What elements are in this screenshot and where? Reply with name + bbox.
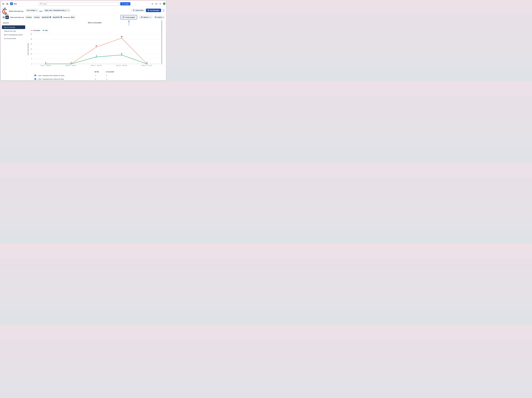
svg-text:9: 9 bbox=[121, 53, 122, 54]
date-from-chip[interactable]: May/01/25 bbox=[42, 16, 51, 19]
gadget-icon bbox=[123, 16, 124, 18]
create-gadget-button[interactable]: Create gadget bbox=[121, 16, 137, 19]
svg-text:May-19 — May-25: May-19 — May-25 bbox=[116, 65, 127, 66]
sliders-icon bbox=[141, 16, 143, 18]
search-input-container bbox=[39, 2, 119, 6]
sidebar-item-met-vs-exceeded-per-criteria[interactable]: Met vs Exceeded per Criteria bbox=[2, 33, 26, 36]
sla-manager-button[interactable]: SLA Manager bbox=[146, 9, 161, 12]
app-switcher-icon[interactable] bbox=[6, 3, 8, 5]
svg-text:30: 30 bbox=[31, 33, 32, 35]
notifications-bell-icon[interactable] bbox=[151, 3, 154, 5]
help-icon[interactable]: ? bbox=[155, 3, 158, 5]
product-name: Jira bbox=[14, 3, 17, 5]
star-icon bbox=[133, 9, 135, 11]
chart-view-toggle[interactable] bbox=[6, 16, 9, 19]
svg-text:10: 10 bbox=[31, 53, 32, 55]
chevron-down-icon bbox=[150, 17, 151, 18]
vertical-scrollbar[interactable] bbox=[161, 20, 162, 64]
svg-text:Apr-28 — May-04: Apr-28 — May-04 bbox=[40, 65, 51, 66]
avatar[interactable]: NL bbox=[163, 3, 165, 5]
row1-exceeded-value[interactable]: 4 bbox=[106, 75, 107, 76]
row2-exceeded-value[interactable]: 4 bbox=[106, 78, 107, 80]
met-color-swatch-icon bbox=[95, 71, 96, 72]
svg-text:May-05 — May-11: May-05 — May-11 bbox=[66, 65, 76, 66]
search-icon bbox=[40, 3, 42, 5]
exceeded-legend-marker-icon bbox=[31, 30, 33, 31]
svg-text:0: 0 bbox=[45, 62, 46, 63]
svg-text:Work items Number: Work items Number bbox=[27, 43, 29, 55]
chevron-down-icon bbox=[36, 10, 37, 11]
svg-text:0: 0 bbox=[31, 63, 32, 65]
row2-criteria-label: !_Dev - Resolution time: Critical (2h 30… bbox=[38, 78, 64, 80]
legend-item-met[interactable]: Met bbox=[43, 30, 48, 31]
sla-label: SLA: bbox=[39, 10, 43, 12]
app-window: Jira Create ? NL SLA Select wo bbox=[1, 1, 166, 80]
chevron-down-icon bbox=[68, 10, 69, 11]
svg-text:May-12 — May-18: May-12 — May-18 bbox=[91, 65, 102, 66]
svg-text:26: 26 bbox=[121, 36, 122, 37]
chevron-down-icon bbox=[163, 17, 164, 18]
select-work-items-label: Select work items by: bbox=[9, 10, 24, 12]
svg-text:May-26 — Jun-01: May-26 — Jun-01 bbox=[142, 65, 152, 66]
table-column-exceeded: Exceeded bbox=[106, 71, 114, 73]
sla-select-dropdown[interactable]: [D2] !_Dev - Resolution time, [… bbox=[44, 9, 70, 12]
filter-work-items-label: Filter work items by: bbox=[10, 17, 24, 18]
group-by-label: Group by bbox=[63, 17, 70, 18]
legend-item-exceeded[interactable]: Exceeded bbox=[31, 30, 40, 31]
sidebar-divider bbox=[26, 21, 26, 80]
remove-date-icon[interactable] bbox=[50, 16, 51, 18]
reports-section-title: REPORTS bbox=[3, 22, 9, 24]
svg-text:7: 7 bbox=[96, 55, 97, 56]
metrics-dropdown[interactable]: Metrics bbox=[139, 16, 153, 19]
exceeded-color-swatch-icon bbox=[106, 71, 107, 72]
svg-text:15: 15 bbox=[31, 48, 32, 50]
sla-config-dropdown[interactable]: SLA Config bbox=[25, 9, 38, 12]
row1-criteria-label: !_Dev - Resolution time: Blocker (1h 30m… bbox=[38, 75, 64, 76]
group-by-value-chip[interactable]: Week bbox=[70, 16, 75, 19]
sidebar-item-sla-success-rate[interactable]: SLA Success Rate bbox=[2, 37, 26, 40]
export-dropdown[interactable]: Export bbox=[154, 16, 165, 19]
svg-text:0: 0 bbox=[71, 62, 71, 63]
sla-app-logo: SLA bbox=[2, 7, 8, 15]
create-gadget-highlight-box: Create gadget bbox=[120, 15, 137, 19]
settings-gear-icon[interactable] bbox=[159, 3, 162, 5]
sidebar-item-met-vs-exceeded[interactable]: Met vs Exceeded bbox=[2, 25, 25, 29]
svg-text:20: 20 bbox=[31, 43, 32, 45]
create-button[interactable]: Create bbox=[120, 2, 130, 6]
plus-icon bbox=[122, 3, 123, 5]
chart-title: Met vs Exceeded bbox=[27, 22, 162, 24]
cloud-download-icon bbox=[155, 16, 157, 19]
select-view-button[interactable]: Select View bbox=[131, 9, 145, 12]
svg-text:17: 17 bbox=[96, 45, 97, 46]
jira-logo-icon[interactable] bbox=[10, 2, 13, 5]
more-options-kebab-icon[interactable] bbox=[162, 9, 165, 12]
row1-checkbox[interactable] bbox=[34, 75, 36, 76]
header-divider bbox=[1, 15, 166, 15]
sidebar-item-statuses-pie-chart[interactable]: Statuses Pie Chart bbox=[2, 30, 26, 32]
search-input[interactable] bbox=[42, 3, 118, 5]
top-navigation-bar: Jira Create ? NL bbox=[1, 1, 166, 7]
met-legend-marker-icon bbox=[43, 30, 44, 31]
sidebar-toggle-icon[interactable] bbox=[2, 3, 5, 5]
svg-text:5: 5 bbox=[31, 58, 32, 60]
table-view-toggle[interactable] bbox=[2, 16, 5, 19]
filter-created-button[interactable]: Created bbox=[25, 16, 32, 19]
date-to-chip[interactable]: May/30/25 bbox=[52, 16, 62, 19]
line-chart[interactable]: 051015202530Work items NumberApr-28 — Ma… bbox=[27, 32, 162, 68]
remove-date-icon[interactable] bbox=[60, 16, 62, 18]
svg-text:25: 25 bbox=[31, 38, 32, 40]
gear-icon bbox=[148, 9, 149, 11]
svg-text:0: 0 bbox=[147, 62, 147, 63]
filter-custom-button[interactable]: Custom bbox=[33, 16, 40, 19]
svg-text:?: ? bbox=[156, 3, 157, 4]
table-column-met: Met bbox=[95, 71, 99, 73]
row2-met-value[interactable]: 5 bbox=[95, 78, 96, 80]
row1-met-value[interactable]: 7 bbox=[95, 75, 96, 76]
row2-checkbox[interactable] bbox=[34, 78, 36, 80]
